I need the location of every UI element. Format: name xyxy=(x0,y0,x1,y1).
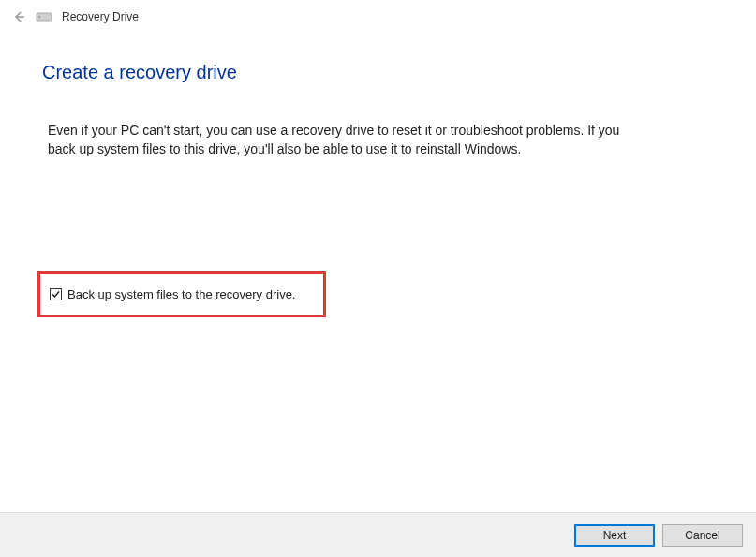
checkbox-highlight-box: Back up system files to the recovery dri… xyxy=(37,271,326,317)
svg-point-2 xyxy=(38,16,40,18)
next-button[interactable]: Next xyxy=(574,524,655,547)
backup-checkbox[interactable] xyxy=(50,288,62,300)
backup-checkbox-row[interactable]: Back up system files to the recovery dri… xyxy=(50,287,295,301)
backup-checkbox-label: Back up system files to the recovery dri… xyxy=(67,287,295,301)
back-arrow-icon[interactable] xyxy=(11,9,26,24)
cancel-button[interactable]: Cancel xyxy=(662,524,743,547)
page-title: Create a recovery drive xyxy=(42,62,714,83)
page-description: Even if your PC can't start, you can use… xyxy=(48,121,647,159)
drive-icon xyxy=(36,10,52,23)
content-area: Create a recovery drive Even if your PC … xyxy=(0,34,756,317)
footer-bar: Next Cancel xyxy=(0,512,756,557)
window-header: Recovery Drive xyxy=(0,0,756,34)
window-title: Recovery Drive xyxy=(62,10,139,23)
